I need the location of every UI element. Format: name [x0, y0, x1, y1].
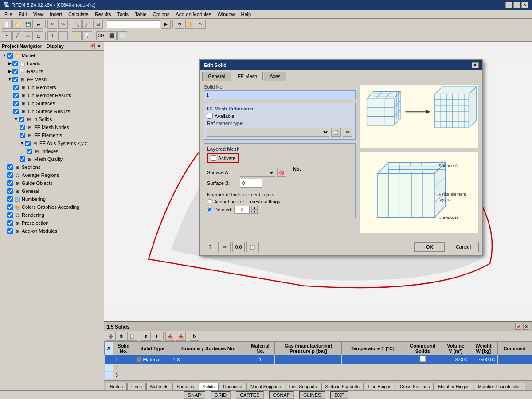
check-on-surface-results[interactable] [13, 109, 19, 114]
tree-item-fe-mesh-nodes[interactable]: ⊞ FE Mesh Nodes [1, 123, 103, 131]
menu-tools[interactable]: Tools [114, 11, 131, 18]
surface-a-select[interactable] [240, 168, 275, 177]
tb-zoom-in[interactable]: 🔍 [72, 20, 82, 29]
menu-table[interactable]: Table [132, 11, 149, 18]
tree-item-addon-modules[interactable]: ⊕ Add-on Modules [1, 227, 103, 235]
check-indexes[interactable] [27, 149, 32, 154]
tab-fe-mesh[interactable]: FE Mesh [232, 72, 263, 81]
tb-rotate[interactable]: ↻ [175, 20, 184, 29]
menu-file[interactable]: File [2, 11, 15, 18]
check-fe-axis[interactable] [25, 141, 31, 146]
tb2-3d-view[interactable]: 3D [96, 31, 106, 40]
check-results[interactable] [12, 69, 18, 74]
menu-insert[interactable]: Insert [47, 11, 65, 18]
snap-grid[interactable]: GRID [211, 391, 231, 399]
menu-addon[interactable]: Add-on Modules [173, 11, 214, 18]
close-app-button[interactable]: ✕ [521, 2, 528, 8]
tree-item-rendering[interactable]: ⬡ Rendering [1, 211, 103, 219]
check-average-regions[interactable] [7, 172, 13, 178]
spin-down[interactable]: ▼ [251, 210, 258, 214]
refinement-type-select[interactable] [207, 128, 329, 137]
tree-item-colors-graphics[interactable]: 🎨 Colors Graphics According [1, 203, 103, 211]
menu-help[interactable]: Help [239, 11, 254, 18]
surface-a-pick[interactable]: 🎯 [277, 168, 286, 177]
check-on-surfaces[interactable] [13, 101, 19, 106]
menu-options[interactable]: Options [150, 11, 172, 18]
menu-edit[interactable]: Edit [16, 11, 30, 18]
tree-item-fe-elements[interactable]: ⊞ FE Elements [1, 131, 103, 139]
tb2-side[interactable]: ⬜ [117, 31, 127, 40]
expand-in-solids[interactable]: ▼ [13, 117, 19, 122]
snap-glines[interactable]: GLINES [299, 391, 325, 399]
expand-results[interactable]: ▶ [7, 69, 12, 74]
expand-femesh[interactable]: ▼ [7, 77, 12, 82]
check-in-solids[interactable] [19, 117, 24, 122]
available-checkbox[interactable] [207, 113, 213, 119]
tree-item-average-regions[interactable]: ⬡ Average Regions [1, 171, 103, 179]
tree-item-guide-objects[interactable]: ⊕ Guide Objects [1, 179, 103, 187]
tb2-node[interactable]: • [2, 31, 12, 40]
radio-according[interactable] [207, 199, 212, 204]
tree-item-loads[interactable]: ▶ 📋 Loads [1, 59, 103, 67]
menu-results[interactable]: Results [92, 11, 114, 18]
value-button[interactable]: 0.0 [232, 242, 245, 252]
tree-item-general[interactable]: ⊞ General [1, 187, 103, 195]
tree-item-results[interactable]: ▶ 📊 Results [1, 67, 103, 75]
snap-snap[interactable]: SNAP [184, 391, 205, 399]
check-numbering[interactable] [7, 196, 13, 202]
tab-axes[interactable]: Axes [264, 72, 286, 81]
radio-defined[interactable] [207, 207, 212, 212]
tb-save[interactable]: 💾 [23, 20, 33, 29]
snap-cartes[interactable]: CARTES [236, 391, 263, 399]
tb-fit[interactable]: ⊞ [93, 20, 103, 29]
edit-button[interactable]: ✏ [218, 242, 231, 252]
minimize-button[interactable]: − [505, 2, 512, 8]
tree-item-on-members[interactable]: ⊞ On Members [1, 83, 103, 91]
check-fe-mesh-nodes[interactable] [20, 125, 25, 130]
tb2-calc[interactable]: ⚡ [72, 31, 82, 40]
tb2-line[interactable]: ╱ [12, 31, 22, 40]
tb-search-go[interactable]: ▶ [161, 20, 171, 29]
tab-general[interactable]: General [202, 72, 231, 81]
check-general[interactable] [7, 188, 13, 194]
activate-checkbox[interactable] [211, 155, 216, 161]
expand-loads[interactable]: ▶ [7, 61, 12, 66]
tree-item-fe-axis[interactable]: ▼ ⊞ FE Axis Systems x,y,z [1, 139, 103, 147]
tree-item-model[interactable]: ▼ 📁 Model [1, 51, 103, 59]
surface-b-input[interactable] [240, 179, 262, 188]
snap-osnap[interactable]: OSNAP [269, 391, 294, 399]
maximize-button[interactable]: □ [513, 2, 520, 8]
check-femesh[interactable] [12, 77, 18, 82]
tb2-results[interactable]: 📊 [82, 31, 92, 40]
tree-item-femesh[interactable]: ▼ ⊞ FE Mesh [1, 75, 103, 83]
defined-value-input[interactable] [234, 206, 250, 214]
check-fe-elements[interactable] [20, 133, 25, 138]
check-on-members[interactable] [13, 85, 19, 90]
tree-item-in-solids[interactable]: ▼ ⊞ In Solids [1, 115, 103, 123]
tb-zoom-out[interactable]: 🔎 [82, 20, 92, 29]
check-mesh-quality[interactable] [20, 156, 25, 162]
refinement-btn-2[interactable]: ✏ [343, 128, 352, 137]
tb-redo[interactable]: ↪ [58, 20, 68, 29]
expand-model[interactable]: ▼ [2, 53, 7, 58]
menu-window[interactable]: Window [215, 11, 237, 18]
tb-pan[interactable]: ✋ [185, 20, 195, 29]
solid-no-input[interactable] [204, 90, 356, 99]
check-sections[interactable] [7, 164, 13, 170]
tree-item-on-member-results[interactable]: ⊞ On Member Results [1, 91, 103, 99]
expand-fe-axis[interactable]: ▼ [20, 141, 25, 146]
tb2-support[interactable]: ⊥ [47, 31, 57, 40]
panel-close[interactable]: ✕ [96, 43, 102, 49]
tb-undo[interactable]: ↩ [47, 20, 57, 29]
spinner-buttons[interactable]: ▲ ▼ [251, 206, 258, 214]
menu-calculate[interactable]: Calculate [66, 11, 91, 18]
tb-new[interactable]: 📄 [2, 20, 12, 29]
check-loads[interactable] [12, 61, 18, 66]
ok-button[interactable]: OK [414, 242, 445, 252]
check-addon-modules[interactable] [7, 228, 13, 234]
tree-item-mesh-quality[interactable]: ⊞ Mesh Quality [1, 155, 103, 163]
menu-view[interactable]: View [31, 11, 47, 18]
tree-item-numbering[interactable]: 🔢 Numbering [1, 195, 103, 203]
check-on-member-results[interactable] [13, 93, 19, 98]
check-model[interactable] [7, 53, 13, 59]
